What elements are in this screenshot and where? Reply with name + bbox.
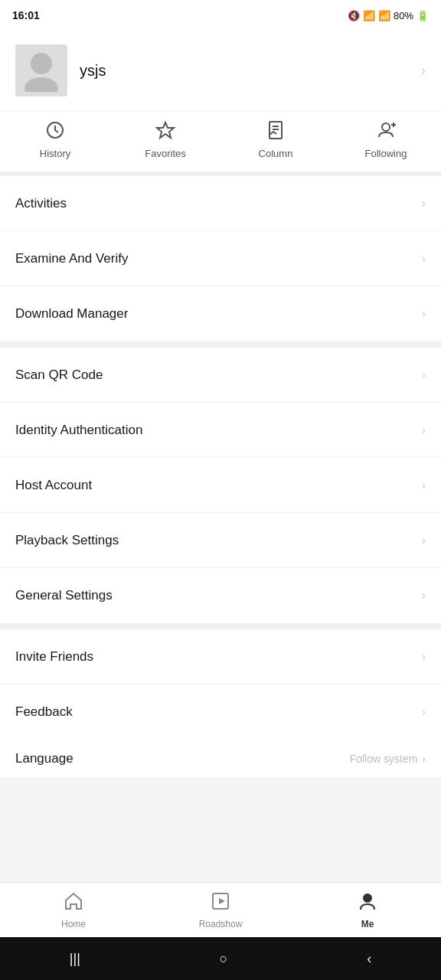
- activities-chevron-icon: ›: [422, 197, 426, 211]
- section-gap-2: [0, 623, 441, 629]
- tab-favorites-label: Favorites: [145, 148, 185, 159]
- svg-point-1: [24, 77, 58, 92]
- avatar: [15, 44, 67, 96]
- main-content: Activities › Examine And Verify › Downlo…: [0, 176, 441, 980]
- avatar-svg: [22, 50, 60, 92]
- menu-item-host-account[interactable]: Host Account ›: [0, 458, 441, 513]
- menu-item-feedback[interactable]: Feedback ›: [0, 684, 441, 740]
- battery-text: 80%: [394, 10, 413, 21]
- nav-tabs: History Favorites Column: [0, 111, 441, 176]
- download-manager-label: Download Manager: [15, 306, 128, 322]
- menu-group-1: Activities › Examine And Verify › Downlo…: [0, 176, 441, 341]
- identity-auth-label: Identity Authentication: [15, 423, 142, 438]
- svg-point-12: [364, 894, 371, 902]
- tab-history[interactable]: History: [0, 120, 110, 159]
- host-account-label: Host Account: [15, 478, 92, 493]
- general-settings-chevron-icon: ›: [422, 589, 426, 603]
- menu-item-examine-verify[interactable]: Examine And Verify ›: [0, 231, 441, 286]
- menu-item-download-manager[interactable]: Download Manager ›: [0, 286, 441, 341]
- svg-point-0: [31, 53, 52, 74]
- identity-auth-chevron-icon: ›: [422, 423, 426, 437]
- svg-marker-11: [219, 898, 225, 904]
- bottom-nav: Home Roadshow Me: [0, 882, 441, 937]
- language-value-group: Follow system ›: [350, 753, 426, 765]
- status-icons: 🔇 📶 📶 80% 🔋: [348, 10, 429, 21]
- roadshow-icon: [211, 891, 230, 916]
- tab-favorites[interactable]: Favorites: [110, 120, 220, 159]
- feedback-label: Feedback: [15, 704, 73, 720]
- download-manager-chevron-icon: ›: [422, 307, 426, 321]
- status-bar: 16:01 🔇 📶 📶 80% 🔋: [0, 0, 441, 31]
- examine-verify-label: Examine And Verify: [15, 251, 128, 266]
- scan-qr-chevron-icon: ›: [422, 368, 426, 382]
- feedback-chevron-icon: ›: [422, 705, 426, 719]
- language-chevron-icon: ›: [422, 753, 426, 765]
- mute-icon: 🔇: [348, 10, 360, 21]
- invite-friends-label: Invite Friends: [15, 649, 93, 665]
- general-settings-label: General Settings: [15, 588, 113, 603]
- svg-marker-3: [157, 122, 174, 138]
- favorites-icon: [155, 120, 175, 143]
- time: 16:01: [12, 9, 40, 21]
- column-icon: [266, 120, 286, 143]
- back-button[interactable]: ‹: [367, 951, 371, 967]
- bottom-nav-me[interactable]: Me: [294, 891, 441, 929]
- playback-settings-label: Playback Settings: [15, 533, 119, 548]
- tab-following-label: Following: [365, 148, 407, 159]
- examine-verify-chevron-icon: ›: [422, 252, 426, 266]
- invite-friends-chevron-icon: ›: [422, 650, 426, 664]
- bottom-nav-me-label: Me: [361, 919, 374, 929]
- profile-section[interactable]: ysjs ›: [0, 31, 441, 111]
- menu-item-identity-auth[interactable]: Identity Authentication ›: [0, 403, 441, 458]
- tab-history-label: History: [40, 148, 70, 159]
- menu-item-language[interactable]: Language Follow system ›: [0, 740, 441, 778]
- signal-icon: 📶: [378, 10, 390, 21]
- language-label: Language: [15, 751, 74, 766]
- username: ysjs: [80, 62, 106, 80]
- history-icon: [45, 120, 65, 143]
- menu-item-invite-friends[interactable]: Invite Friends ›: [0, 629, 441, 684]
- me-icon: [358, 891, 377, 916]
- menu-group-2: Scan QR Code › Identity Authentication ›…: [0, 348, 441, 623]
- menu-item-playback-settings[interactable]: Playback Settings ›: [0, 513, 441, 568]
- host-account-chevron-icon: ›: [422, 479, 426, 492]
- bottom-nav-home-label: Home: [61, 919, 86, 929]
- menu-group-3: Invite Friends › Feedback ›: [0, 629, 441, 740]
- scan-qr-label: Scan QR Code: [15, 368, 103, 383]
- playback-settings-chevron-icon: ›: [422, 534, 426, 547]
- home-icon: [64, 891, 83, 916]
- activities-label: Activities: [15, 196, 67, 211]
- tab-column[interactable]: Column: [220, 120, 331, 159]
- bottom-nav-roadshow[interactable]: Roadshow: [147, 891, 294, 929]
- language-value: Follow system: [350, 753, 418, 765]
- battery-icon: 🔋: [416, 10, 429, 21]
- following-icon: [376, 120, 396, 143]
- home-button[interactable]: ○: [220, 951, 228, 967]
- profile-chevron-icon: ›: [421, 63, 426, 79]
- tab-following[interactable]: Following: [331, 120, 441, 159]
- menu-item-scan-qr[interactable]: Scan QR Code ›: [0, 348, 441, 403]
- bottom-nav-roadshow-label: Roadshow: [199, 919, 243, 929]
- bottom-nav-home[interactable]: Home: [0, 891, 147, 929]
- section-gap-1: [0, 341, 441, 348]
- profile-info: ysjs: [15, 44, 106, 96]
- svg-point-7: [382, 123, 390, 131]
- system-nav: ||| ○ ‹: [0, 937, 441, 980]
- recent-apps-button[interactable]: |||: [70, 951, 80, 967]
- wifi-icon: 📶: [363, 10, 375, 21]
- menu-item-activities[interactable]: Activities ›: [0, 176, 441, 231]
- menu-item-general-settings[interactable]: General Settings ›: [0, 568, 441, 623]
- tab-column-label: Column: [259, 148, 293, 159]
